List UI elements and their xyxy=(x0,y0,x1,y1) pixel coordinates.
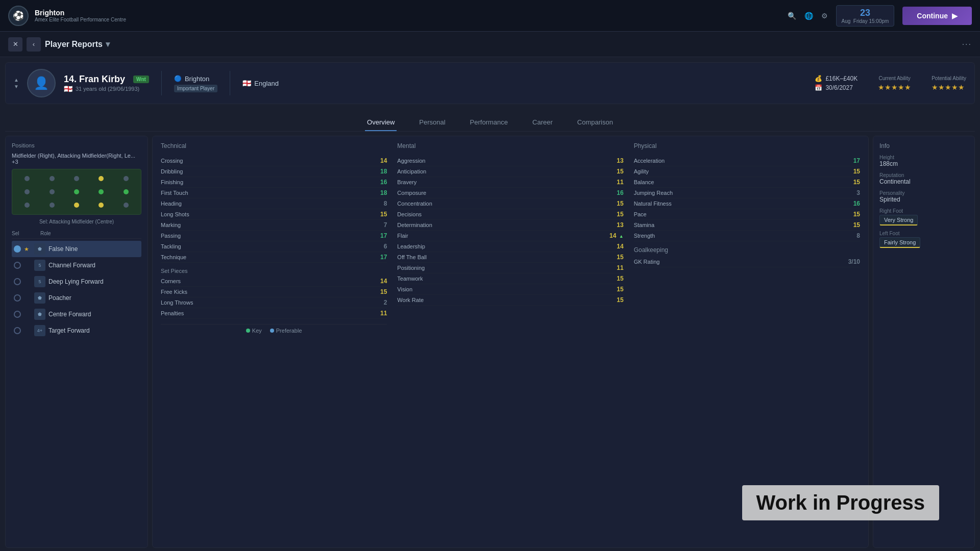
stat-finishing: Finishing 16 xyxy=(161,177,387,188)
role-icon-target-forward: 4+ xyxy=(34,325,45,336)
tab-personal[interactable]: Personal xyxy=(417,114,447,131)
pitch-dot-6 xyxy=(24,189,30,194)
left-foot-row: Left Foot Fairly Strong xyxy=(879,231,968,248)
role-radio-channel-forward[interactable] xyxy=(14,262,21,269)
stat-val: 15 xyxy=(375,211,387,218)
stat-leadership: Leadership 14 xyxy=(397,241,623,252)
role-name-centre-forward: Centre Forward xyxy=(48,311,139,318)
country-flag: 🏴󠁧󠁢󠁥󠁮󠁧󠁿 xyxy=(242,79,251,87)
continue-button[interactable]: Continue ▶ xyxy=(902,7,972,25)
stat-corners: Corners 14 xyxy=(161,276,387,287)
pitch-dot-8 xyxy=(74,189,79,194)
tab-performance[interactable]: Performance xyxy=(468,114,510,131)
role-radio-centre-forward[interactable] xyxy=(14,311,21,318)
role-row-deep-lying[interactable]: 5 Deep Lying Forward xyxy=(12,273,141,290)
stat-stamina: Stamina 15 xyxy=(634,220,860,231)
tab-overview[interactable]: Overview xyxy=(365,114,397,131)
stat-positioning: Positioning 11 xyxy=(397,263,623,273)
right-foot-label: Right Foot xyxy=(879,208,968,214)
stat-name: Corners xyxy=(161,278,181,284)
stat-penalties: Penalties 11 xyxy=(161,308,387,319)
stat-name: First Touch xyxy=(161,190,188,196)
gear-icon[interactable]: ⚙ xyxy=(821,12,828,20)
role-radio-deep-lying[interactable] xyxy=(14,278,21,285)
stat-agility: Agility 15 xyxy=(634,166,860,177)
back-button[interactable]: ‹ xyxy=(27,37,41,52)
role-row-false-nine[interactable]: ★ ⬟ False Nine xyxy=(12,241,141,257)
role-name-deep-lying: Deep Lying Forward xyxy=(48,278,139,285)
search-icon[interactable]: 🔍 xyxy=(788,12,796,20)
stat-jumping-reach: Jumping Reach 3 xyxy=(634,188,860,198)
tab-comparison[interactable]: Comparison xyxy=(575,114,615,131)
potential-ability-label: Potential Ability xyxy=(932,76,966,81)
stat-val: 11 xyxy=(375,310,387,317)
role-icon-centre-forward: ⬟ xyxy=(34,309,45,320)
stat-val: 17 xyxy=(375,254,387,261)
info-title: Info xyxy=(879,142,968,149)
preferable-legend: Preferable xyxy=(270,328,302,334)
current-ability-label: Current Ability xyxy=(878,76,911,81)
legend-row: Key Preferable xyxy=(161,324,387,334)
stat-val: 14 xyxy=(375,278,387,285)
stat-natural-fitness: Natural Fitness 16 xyxy=(634,198,860,209)
technical-title: Technical xyxy=(161,142,387,152)
page-title: Player Reports ▾ xyxy=(45,39,110,49)
stat-bravery: Bravery 11 xyxy=(397,177,623,188)
stat-name: Marking xyxy=(161,222,181,228)
role-icon-false-nine: ⬟ xyxy=(34,243,45,255)
more-button[interactable]: ··· xyxy=(962,40,972,49)
stat-name: Dribbling xyxy=(161,168,183,174)
role-row-target-forward[interactable]: 4+ Target Forward xyxy=(12,322,141,339)
stat-work-rate: Work Rate 15 xyxy=(397,295,623,306)
stats-grid: Technical Crossing 14 Dribbling 18 Finis… xyxy=(161,142,860,334)
date-display: 23 Aug Friday 15:00pm xyxy=(836,5,895,27)
mental-title: Mental xyxy=(397,142,623,152)
top-bar: ⚽ Brighton Amex Elite Football Performan… xyxy=(0,0,980,32)
pref-dot xyxy=(270,329,274,333)
role-row-poacher[interactable]: ⬟ Poacher xyxy=(12,290,141,306)
role-radio-false-nine[interactable] xyxy=(14,245,21,253)
role-radio-target-forward[interactable] xyxy=(14,327,21,334)
player-country: 🏴󠁧󠁢󠁥󠁮󠁧󠁿 England xyxy=(242,79,279,87)
stat-vision: Vision 15 xyxy=(397,284,623,295)
stat-name: Technique xyxy=(161,254,186,260)
header-sel: Sel xyxy=(12,231,22,236)
club-name: Brighton xyxy=(35,9,126,17)
personality-row: Personality Spirited xyxy=(879,190,968,203)
key-dot xyxy=(246,329,250,333)
right-foot-val: Very Strong xyxy=(879,215,918,226)
header-separator xyxy=(161,71,162,95)
stat-val: 17 xyxy=(375,232,387,239)
left-foot-label: Left Foot xyxy=(879,231,968,236)
globe-icon[interactable]: 🌐 xyxy=(804,12,813,20)
height-row: Height 188cm xyxy=(879,155,968,167)
role-star-false-nine: ★ xyxy=(24,246,31,253)
stat-acceleration: Acceleration 17 xyxy=(634,156,860,166)
role-radio-poacher[interactable] xyxy=(14,294,21,302)
role-row-channel-forward[interactable]: 5 Channel Forward xyxy=(12,257,141,273)
prev-player-icon[interactable]: ▲ xyxy=(14,77,19,83)
player-country-block: 🏴󠁧󠁢󠁥󠁮󠁧󠁿 England xyxy=(242,79,279,87)
next-player-icon[interactable]: ▼ xyxy=(14,84,19,89)
role-icon-deep-lying: 5 xyxy=(34,276,45,287)
close-button[interactable]: ✕ xyxy=(8,37,22,52)
stat-val: 8 xyxy=(375,200,387,207)
stat-free-kicks: Free Kicks 15 xyxy=(161,287,387,297)
role-row-centre-forward[interactable]: ⬟ Centre Forward xyxy=(12,306,141,322)
stat-strength: Strength 8 xyxy=(634,231,860,241)
stat-balance: Balance 15 xyxy=(634,177,860,188)
mental-section: Mental Aggression 13 Anticipation 15 Bra… xyxy=(397,142,623,334)
stat-determination: Determination 13 xyxy=(397,220,623,231)
stat-val: 15 xyxy=(375,288,387,295)
player-wage: £16K–£40K xyxy=(825,75,857,82)
title-dropdown-icon[interactable]: ▾ xyxy=(106,39,110,49)
stat-val: 2 xyxy=(375,299,387,306)
player-nav-arrows[interactable]: ▲ ▼ xyxy=(14,77,19,89)
height-label: Height xyxy=(879,155,968,160)
stat-val: 14 xyxy=(375,157,387,164)
pitch-dot-11 xyxy=(24,203,30,208)
role-icon-poacher: ⬟ xyxy=(34,292,45,304)
stat-concentration: Concentration 15 xyxy=(397,198,623,209)
stat-tackling: Tackling 6 xyxy=(161,241,387,252)
tab-career[interactable]: Career xyxy=(530,114,555,131)
